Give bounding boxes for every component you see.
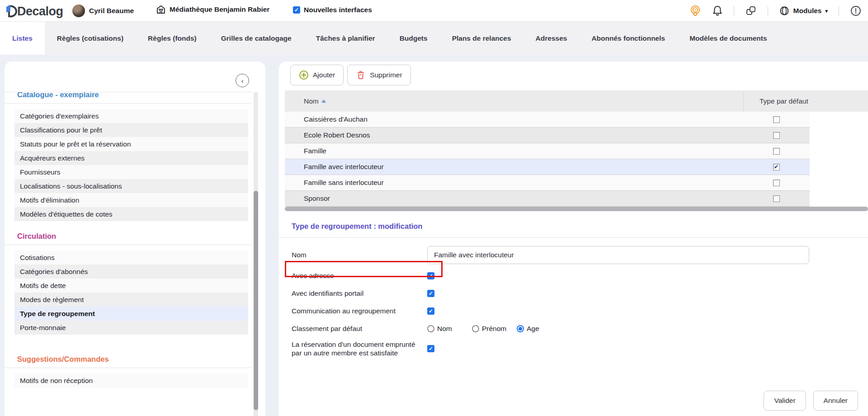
sidebar-scroll-area[interactable]: Catalogue - exemplaireCatégories d'exemp… — [5, 92, 252, 416]
sidebar-item-categories-d-exemplaires[interactable]: Catégories d'exemplaires — [14, 109, 248, 123]
sidebar-section-title-catalogue-exemplaire: Catalogue - exemplaire — [5, 92, 99, 99]
row-default-checkbox[interactable] — [773, 148, 780, 155]
sidebar-item-motifs-de-dette[interactable]: Motifs de dette — [14, 279, 248, 293]
table-row-sponsor[interactable]: Sponsor — [285, 191, 810, 207]
new-interfaces-toggle[interactable]: Nouvelles interfaces — [293, 6, 372, 14]
tab-abonnes-fonctionnels[interactable]: Abonnés fonctionnels — [579, 22, 677, 55]
radio-nom-control[interactable] — [427, 325, 434, 332]
add-circle-icon — [299, 70, 309, 80]
chevron-left-icon: ‹ — [241, 77, 244, 85]
row-default-checkbox[interactable] — [773, 180, 780, 186]
sidebar-item-motifs-d-elimination[interactable]: Motifs d'élimination — [14, 193, 248, 207]
sidebar-item-porte-monnaie[interactable]: Porte-monnaie — [14, 321, 248, 335]
info-icon[interactable] — [850, 5, 862, 17]
tab-grilles-de-catalogage[interactable]: Grilles de catalogage — [209, 22, 304, 55]
cancel-button[interactable]: Annuler — [813, 391, 858, 411]
reservation-checkbox[interactable] — [427, 345, 434, 352]
sidebar-item-categories-d-abonnes[interactable]: Catégories d'abonnés — [14, 265, 248, 279]
form-row-reservation: La réservation d'un document emprunté pa… — [292, 340, 868, 357]
column-header-type-par-defaut[interactable]: Type par défaut — [744, 97, 808, 105]
sidebar-item-modes-de-reglement[interactable]: Modes de règlement — [14, 293, 248, 307]
row-name-cell: Famille sans interlocuteur — [285, 179, 744, 187]
sidebar-item-acquereurs-externes[interactable]: Acquéreurs externes — [14, 151, 248, 165]
notifications-bell-icon[interactable] — [712, 5, 723, 17]
logo-text: Decalog — [17, 5, 63, 19]
user-avatar — [72, 5, 85, 17]
library-name: Médiathèque Benjamin Rabier — [170, 5, 269, 14]
row-default-checkbox[interactable] — [773, 116, 780, 123]
tab-modeles-de-documents[interactable]: Modèles de documents — [677, 22, 779, 55]
modules-label: Modules — [793, 7, 822, 15]
row-name-cell: Famille — [285, 147, 744, 155]
table-row-famille[interactable]: Famille — [285, 143, 810, 159]
communication-checkbox[interactable] — [427, 307, 434, 315]
separator — [734, 6, 734, 16]
sidebar-collapse-button[interactable]: ‹ — [236, 74, 249, 87]
form-row-identifiants: Avec identifiants portail — [292, 288, 868, 299]
link-apps-icon[interactable] — [745, 5, 757, 17]
current-library[interactable]: Médiathèque Benjamin Rabier — [156, 5, 269, 14]
row-name-cell: Sponsor — [285, 194, 744, 203]
sidebar-item-statuts-pour-le-pret-et-la-reservation[interactable]: Statuts pour le prêt et la réservation — [14, 137, 248, 151]
tab-budgets[interactable]: Budgets — [387, 22, 440, 55]
radio-prenom-control[interactable] — [472, 325, 479, 332]
column-header-nom[interactable]: Nom — [285, 90, 744, 112]
main-tabbar: ListesRègles (cotisations)Règles (fonds)… — [0, 22, 868, 55]
sidebar-item-localisations-sous-localisations[interactable]: Localisations - sous-localisations — [14, 179, 248, 193]
tab-adresses[interactable]: Adresses — [524, 22, 580, 55]
delete-button[interactable]: Supprimer — [347, 65, 411, 85]
sidebar-section-heading-wrap: Suggestions/Commandes — [5, 355, 252, 364]
table-header-row: Nom Type par défaut — [285, 90, 868, 112]
identifiants-checkbox[interactable] — [427, 290, 434, 297]
table-row-ecole-robert-desnos[interactable]: Ecole Robert Desnos — [285, 128, 810, 143]
divider — [5, 368, 252, 368]
tab-regles-fonds[interactable]: Règles (fonds) — [136, 22, 209, 55]
row-default-checkbox[interactable] — [773, 132, 780, 139]
tab-regles-cotisations[interactable]: Règles (cotisations) — [45, 22, 136, 55]
communication-label: Communication au regroupement — [292, 307, 427, 315]
chevron-down-icon: ▾ — [825, 8, 828, 14]
delete-button-label: Supprimer — [370, 71, 402, 79]
radio-label: Prénom — [482, 325, 506, 333]
divider — [279, 237, 868, 238]
modules-menu[interactable]: Modules ▾ — [779, 5, 828, 16]
tab-plans-de-relances[interactable]: Plans de relances — [440, 22, 524, 55]
row-default-checkbox[interactable] — [773, 195, 780, 202]
radio-option-prenom[interactable]: Prénom — [472, 325, 517, 333]
table-row-famille-avec-interlocuteur[interactable]: Famille avec interlocuteur — [285, 159, 810, 175]
sidebar-scrollbar-thumb[interactable] — [254, 191, 258, 410]
tab-listes[interactable]: Listes — [0, 22, 45, 55]
radio-option-age[interactable]: Age — [517, 325, 561, 333]
radio-option-nom[interactable]: Nom — [427, 325, 472, 333]
library-building-icon — [156, 5, 166, 14]
classement-radio-group: NomPrénomAge — [427, 325, 561, 333]
table-horizontal-scrollbar[interactable] — [285, 207, 868, 211]
sidebar-item-cotisations[interactable]: Cotisations — [14, 251, 248, 265]
new-interfaces-checkbox[interactable] — [293, 6, 300, 14]
sidebar-section-list: Catégories d'exemplairesClassifications … — [5, 109, 252, 221]
add-button[interactable]: Ajouter — [290, 65, 344, 85]
assistance-beacon-icon[interactable] — [689, 5, 701, 17]
table-row-caissieres-d-auchan[interactable]: Caissières d'Auchan — [285, 112, 810, 128]
sidebar-item-type-de-regroupement[interactable]: Type de regroupement — [14, 307, 248, 321]
groupings-table: Nom Type par défaut Caissières d'AuchanE… — [285, 90, 868, 207]
validate-button-label: Valider — [774, 397, 795, 405]
sidebar-item-classifications-pour-le-pret[interactable]: Classifications pour le prêt — [14, 123, 248, 137]
sidebar-item-fournisseurs[interactable]: Fournisseurs — [14, 165, 248, 179]
sidebar-item-modeles-d-etiquettes-de-cotes[interactable]: Modèles d'étiquettes de cotes — [14, 207, 248, 221]
form-row-nom: Nom — [292, 246, 868, 264]
sidebar-scrollbar-track[interactable] — [254, 92, 258, 416]
trash-icon — [356, 70, 366, 80]
sidebar-item-motifs-de-non-reception[interactable]: Motifs de non réception — [14, 373, 248, 388]
sidebar-section-list: Motifs de non réception — [5, 373, 252, 388]
radio-age-control[interactable] — [517, 325, 524, 332]
row-default-checkbox[interactable] — [773, 164, 780, 170]
tab-taches-a-planifier[interactable]: Tâches à planifier — [304, 22, 387, 55]
table-row-famille-sans-interlocuteur[interactable]: Famille sans interlocuteur — [285, 175, 810, 191]
row-name-cell: Famille avec interlocuteur — [285, 163, 744, 171]
validate-button[interactable]: Valider — [764, 391, 806, 411]
nom-input[interactable] — [427, 246, 809, 264]
avec-adresse-checkbox[interactable] — [427, 272, 434, 279]
sidebar-panel: ‹ Catalogue - exemplaireCatégories d'exe… — [5, 61, 265, 416]
current-user[interactable]: Cyril Beaume — [72, 5, 134, 17]
